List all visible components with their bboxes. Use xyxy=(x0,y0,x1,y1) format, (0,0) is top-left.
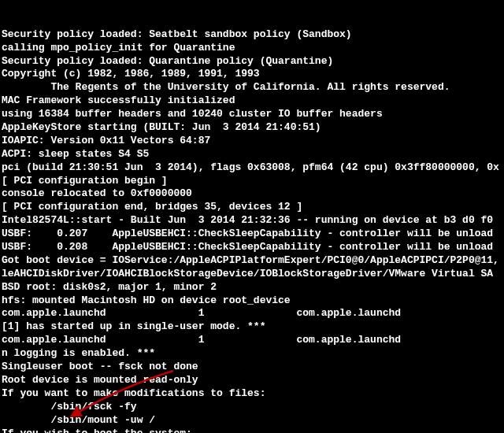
log-line: Security policy loaded: Quarantine polic… xyxy=(2,55,502,68)
log-line: Security policy loaded: Seatbelt sandbox… xyxy=(2,28,502,42)
log-line: n logging is enabled. *** xyxy=(2,347,502,361)
log-line: If you want to make modifications to fil… xyxy=(2,387,502,401)
log-line: [ PCI configuration begin ] xyxy=(2,175,502,188)
log-line: ACPI: sleep states S4 S5 xyxy=(2,148,502,161)
log-line: Copyright (c) 1982, 1986, 1989, 1991, 19… xyxy=(2,68,502,81)
log-line: using 16384 buffer headers and 10240 clu… xyxy=(2,108,502,121)
log-line: [1] has started up in single-user mode. … xyxy=(2,320,502,334)
log-line: hfs: mounted Macintosh HD on device root… xyxy=(2,294,502,308)
log-line: IOAPIC: Version 0x11 Vectors 64:87 xyxy=(2,135,502,148)
log-line: com.apple.launchd 1 com.apple.launchd xyxy=(2,307,502,320)
log-line: Root device is mounted read-only xyxy=(2,374,502,387)
terminal-output: Security policy loaded: Seatbelt sandbox… xyxy=(2,2,502,433)
log-line: AppleKeyStore starting (BUILT: Jun 3 201… xyxy=(2,121,502,135)
log-line: BSD root: disk0s2, major 1, minor 2 xyxy=(2,281,502,294)
log-line: If you wish to boot the system: xyxy=(2,427,502,434)
log-line: calling mpo_policy_init for Quarantine xyxy=(2,42,502,55)
log-line: Intel82574L::start - Built Jun 3 2014 21… xyxy=(2,214,502,228)
log-line: com.apple.launchd 1 com.apple.launchd xyxy=(2,334,502,347)
log-line: MAC Framework successfully initialized xyxy=(2,94,502,108)
log-line: pci (build 21:30:51 Jun 3 2014), flags 0… xyxy=(2,161,502,175)
log-line: Singleuser boot -- fsck not done xyxy=(2,361,502,374)
log-line: The Regents of the University of Califor… xyxy=(2,81,502,94)
log-line: [ PCI configuration end, bridges 35, dev… xyxy=(2,201,502,214)
log-line: Got boot device = IOService:/AppleACPIPl… xyxy=(2,254,502,268)
log-line: console relocated to 0xf0000000 xyxy=(2,187,502,201)
log-line: /sbin/fsck -fy xyxy=(2,401,502,414)
log-line: USBF: 0.208 AppleUSBEHCI::CheckSleepCapa… xyxy=(2,241,502,254)
boot-log: Security policy loaded: Seatbelt sandbox… xyxy=(2,28,502,433)
log-line: USBF: 0.207 AppleUSBEHCI::CheckSleepCapa… xyxy=(2,228,502,241)
log-line: leAHCIDiskDriver/IOAHCIBlockStorageDevic… xyxy=(2,268,502,281)
log-line: /sbin/mount -uw / xyxy=(2,414,502,427)
